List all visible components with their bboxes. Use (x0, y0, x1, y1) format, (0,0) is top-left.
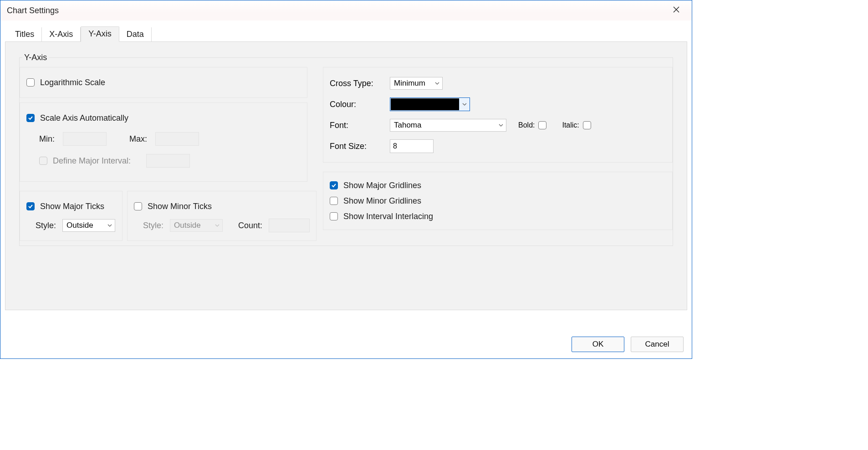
chevron-down-icon (459, 98, 469, 110)
minor-ticks-style-select[interactable]: Outside (170, 219, 223, 232)
scale-auto-checkbox[interactable] (26, 114, 35, 122)
colour-swatch (391, 98, 459, 110)
show-interval-interlacing-label: Show Interval Interlacing (343, 212, 433, 221)
bold-label: Bold: (518, 121, 535, 129)
cancel-button[interactable]: Cancel (631, 337, 684, 352)
define-interval-label: Define Major Interval: (53, 156, 131, 166)
italic-label: Italic: (562, 121, 579, 129)
max-label: Max: (129, 134, 147, 144)
minor-ticks-count-label: Count: (238, 221, 262, 230)
log-scale-box: Logarithmic Scale (20, 67, 307, 98)
colour-label: Colour: (330, 100, 390, 109)
major-ticks-box: Show Major Ticks Style: Outside (20, 191, 123, 241)
major-ticks-style-select[interactable]: Outside (62, 219, 115, 232)
font-value: Tahoma (394, 121, 495, 130)
log-scale-label: Logarithmic Scale (40, 78, 105, 87)
close-icon (673, 6, 679, 15)
define-interval-checkbox[interactable] (39, 157, 47, 165)
tabstrip: Titles X-Axis Y-Axis Data (8, 26, 687, 41)
colour-picker[interactable] (390, 97, 470, 111)
tab-y-axis[interactable]: Y-Axis (81, 26, 119, 42)
ok-button[interactable]: OK (572, 337, 624, 352)
show-interval-interlacing-checkbox[interactable] (330, 212, 338, 220)
min-input[interactable] (63, 132, 107, 146)
scale-auto-label: Scale Axis Automatically (40, 113, 128, 123)
group-legend: Y-Axis (22, 53, 49, 62)
cross-type-select[interactable]: Minimum (390, 77, 443, 90)
show-minor-ticks-label: Show Minor Ticks (148, 202, 212, 211)
font-size-label: Font Size: (330, 142, 390, 151)
minor-ticks-style-label: Style: (143, 221, 163, 230)
italic-checkbox[interactable] (583, 121, 591, 129)
chevron-down-icon (499, 123, 503, 128)
show-minor-gridlines-label: Show Minor Gridlines (343, 196, 421, 206)
major-ticks-style-label: Style: (36, 221, 56, 230)
chevron-down-icon (107, 223, 112, 228)
show-major-gridlines-checkbox[interactable] (330, 181, 338, 189)
window-title: Chart Settings (7, 6, 59, 15)
tab-titles[interactable]: Titles (8, 27, 42, 42)
max-input[interactable] (155, 132, 199, 146)
tab-x-axis[interactable]: X-Axis (42, 27, 81, 42)
show-minor-gridlines-checkbox[interactable] (330, 197, 338, 205)
minor-ticks-count-input[interactable] (269, 219, 310, 232)
font-size-input[interactable] (390, 139, 434, 153)
dialog-footer: OK Cancel (572, 337, 684, 352)
close-button[interactable] (667, 3, 685, 18)
gridlines-box: Show Major Gridlines Show Minor Gridline… (323, 172, 673, 230)
chevron-down-icon (215, 223, 220, 228)
chart-settings-dialog: Chart Settings Titles X-Axis Y-Axis Data… (0, 0, 692, 359)
chevron-down-icon (435, 81, 439, 86)
major-ticks-style-value: Outside (66, 221, 104, 230)
font-label: Font: (330, 121, 390, 130)
show-major-ticks-checkbox[interactable] (26, 202, 35, 210)
bold-checkbox[interactable] (538, 121, 546, 129)
titlebar: Chart Settings (0, 0, 692, 20)
scale-auto-box: Scale Axis Automatically Min: Max: (20, 102, 307, 182)
y-axis-group: Y-Axis Logarithmic Scale (19, 53, 673, 246)
cross-type-value: Minimum (394, 79, 431, 88)
min-label: Min: (39, 134, 55, 144)
cross-type-label: Cross Type: (330, 79, 390, 88)
tab-page-y-axis: Y-Axis Logarithmic Scale (5, 41, 687, 310)
minor-ticks-box: Show Minor Ticks Style: Outside (127, 191, 317, 241)
show-major-ticks-label: Show Major Ticks (40, 202, 104, 211)
define-interval-input[interactable] (146, 154, 190, 168)
show-minor-ticks-checkbox[interactable] (134, 202, 142, 210)
font-select[interactable]: Tahoma (390, 119, 506, 132)
show-major-gridlines-label: Show Major Gridlines (343, 181, 421, 190)
tab-data[interactable]: Data (119, 27, 152, 42)
minor-ticks-style-value: Outside (174, 221, 211, 230)
axis-style-box: Cross Type: Minimum Colour: (323, 67, 673, 163)
log-scale-checkbox[interactable] (26, 78, 35, 87)
